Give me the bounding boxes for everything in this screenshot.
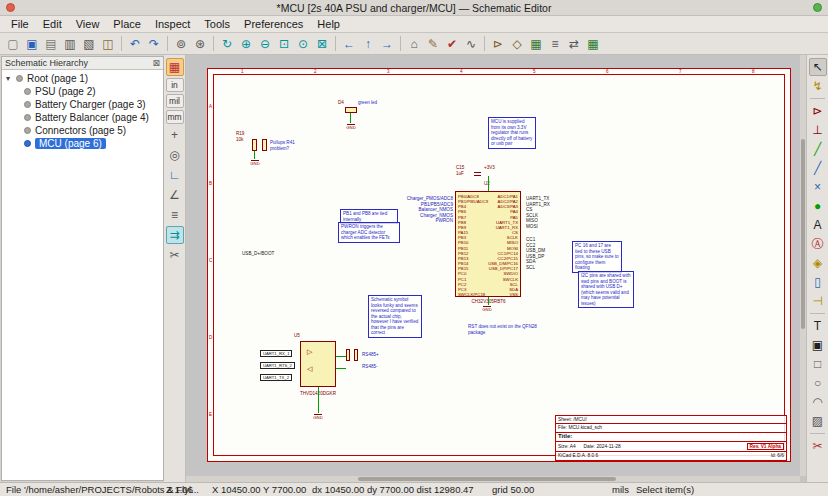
paste-icon[interactable]: ◫ [99, 35, 117, 53]
nav-up-icon[interactable]: ↑ [359, 35, 377, 53]
sheet-root-page-1[interactable]: ▾Root (page 1) [2, 72, 163, 85]
hv-wires-icon[interactable]: ∟ [166, 166, 184, 184]
save-icon[interactable]: ▣ [23, 35, 41, 53]
free-angle-icon[interactable]: ∠ [166, 186, 184, 204]
redo-icon[interactable]: ↷ [145, 35, 163, 53]
led-component[interactable] [345, 107, 357, 113]
selection-tool-icon[interactable]: ↖ [809, 58, 827, 76]
cut-icon[interactable]: ✂ [166, 246, 184, 264]
rs485-a-label[interactable]: RS485+ [362, 352, 379, 358]
left-net-labels[interactable]: Charger_PMOS/ADC8 PB1/PB5/ADC9 Balancer_… [393, 196, 453, 224]
schematic-canvas[interactable]: D4 GND R19 10k GND USB_D+/BOOT U2 +3V3 C… [186, 55, 806, 482]
properties-panel-icon[interactable]: ≡ [166, 206, 184, 224]
bom-icon[interactable]: ≡ [546, 35, 564, 53]
global-label-icon[interactable]: Ⓐ [809, 235, 827, 253]
sheet-settings-icon[interactable]: ▤ [42, 35, 60, 53]
assign-footprints-icon[interactable]: ⇄ [565, 35, 583, 53]
annotation-note[interactable]: PC 16 and 17 are tied to these USB pins,… [572, 241, 622, 273]
symbol-fields-table-icon[interactable]: ▦ [527, 35, 545, 53]
menu-tools[interactable]: Tools [197, 17, 237, 31]
vertical-scroll-thumb[interactable] [801, 139, 805, 328]
open-pcb-editor-icon[interactable]: ▦ [584, 35, 602, 53]
textbox-tool-icon[interactable]: ▣ [809, 336, 827, 354]
annotate-icon[interactable]: ✎ [424, 35, 442, 53]
zoom-objects-icon[interactable]: ⊙ [294, 35, 312, 53]
menu-place[interactable]: Place [106, 17, 148, 31]
global-label-uart1-tx[interactable]: UART1_TX_2 [260, 374, 292, 381]
horizontal-scroll-thumb[interactable] [358, 477, 616, 481]
window-close-button[interactable] [6, 3, 15, 12]
power-3v3-label[interactable]: +3V3 [484, 165, 495, 171]
unit-inches-button[interactable]: in [166, 78, 184, 92]
place-symbol-icon[interactable]: ⊳ [809, 102, 827, 120]
new-schematic-icon[interactable]: ▢ [4, 35, 22, 53]
erc-icon[interactable]: ✔ [443, 35, 461, 53]
resistor-r19[interactable] [252, 139, 257, 151]
sheet-tool-icon[interactable]: ▯ [809, 273, 827, 291]
menu-edit[interactable]: Edit [36, 17, 69, 31]
menu-file[interactable]: File [4, 17, 36, 31]
delete-tool-icon[interactable]: ✂ [809, 437, 827, 455]
termination-resistor[interactable] [346, 349, 350, 361]
place-power-icon[interactable]: ⊥ [809, 121, 827, 139]
gnd-symbol[interactable]: GND [344, 124, 358, 131]
zoom-fit-icon[interactable]: ⊡ [275, 35, 293, 53]
junction-icon[interactable]: ● [809, 197, 827, 215]
hierarchical-label-icon[interactable]: ◈ [809, 254, 827, 272]
sheet-pin-icon[interactable]: ⊣ [809, 292, 827, 310]
find-icon[interactable]: ⊚ [172, 35, 190, 53]
resistor[interactable] [262, 139, 267, 151]
sheet-psu-page-2[interactable]: PSU (page 2) [2, 85, 163, 98]
nav-forward-icon[interactable]: → [378, 35, 396, 53]
find-replace-icon[interactable]: ⊛ [191, 35, 209, 53]
gnd-symbol[interactable]: GND [248, 160, 262, 167]
symbol-editor-icon[interactable]: ⊳ [489, 35, 507, 53]
sheet-battery-balancer-page-4[interactable]: Battery Balancer (page 4) [2, 111, 163, 124]
rs485-b-label[interactable]: RS485- [362, 364, 378, 370]
grid-settings-icon[interactable]: ▦ [166, 58, 184, 76]
rs485-transceiver[interactable] [300, 341, 336, 387]
annotation-note[interactable]: Pullups R41 problem? [268, 139, 314, 152]
image-tool-icon[interactable]: ▨ [809, 412, 827, 430]
menu-preferences[interactable]: Preferences [237, 17, 310, 31]
title-block[interactable]: Sheet: /MCU/ File: MCU.kicad_sch Title: … [555, 415, 787, 461]
print-icon[interactable]: ▥ [61, 35, 79, 53]
menu-inspect[interactable]: Inspect [148, 17, 197, 31]
cursor-shape-icon[interactable]: + [166, 126, 184, 144]
gnd-symbol[interactable]: GND [311, 414, 325, 421]
window-maximize-button[interactable] [813, 3, 822, 12]
zoom-selection-icon[interactable]: ⊠ [313, 35, 331, 53]
hidden-pins-icon[interactable]: ◎ [166, 146, 184, 164]
bus-tool-icon[interactable]: ╱ [809, 159, 827, 177]
zoom-in-icon[interactable]: ⊕ [237, 35, 255, 53]
unit-mm-button[interactable]: mm [166, 110, 184, 124]
nav-back-icon[interactable]: ← [340, 35, 358, 53]
gnd-symbol[interactable]: GND [480, 306, 494, 313]
highlight-net-icon[interactable]: ↯ [809, 77, 827, 95]
global-label-uart1-rts[interactable]: UART1_RTS_2 [260, 362, 295, 369]
tree-expand-caret[interactable]: ▾ [6, 74, 16, 83]
refresh-icon[interactable]: ↻ [218, 35, 236, 53]
undo-icon[interactable]: ↶ [126, 35, 144, 53]
no-connect-icon[interactable]: × [809, 178, 827, 196]
arc-tool-icon[interactable]: ◠ [809, 393, 827, 411]
text-tool-icon[interactable]: T [809, 317, 827, 335]
sheet-battery-charger-page-3[interactable]: Battery Charger (page 3) [2, 98, 163, 111]
zoom-out-icon[interactable]: ⊖ [256, 35, 274, 53]
termination-resistor[interactable] [354, 349, 358, 361]
menu-view[interactable]: View [69, 17, 107, 31]
menu-help[interactable]: Help [310, 17, 347, 31]
global-label-uart1-rx[interactable]: UART1_RX_1 [260, 350, 292, 357]
plot-icon[interactable]: ▧ [80, 35, 98, 53]
annotation-note[interactable]: Schematic symbol looks funky and seems r… [368, 295, 422, 338]
simulator-icon[interactable]: ∿ [462, 35, 480, 53]
rectangle-tool-icon[interactable]: □ [809, 355, 827, 373]
wire-tool-icon[interactable]: ╱ [809, 140, 827, 158]
right-net-labels-top[interactable]: UART1_TX UART1_RX CS SCLK MISO MOSI [526, 196, 550, 229]
canvas-vertical-scrollbar[interactable] [800, 55, 806, 476]
capacitor-c15[interactable] [474, 172, 481, 176]
annotation-note[interactable]: green led [356, 99, 392, 107]
unit-mils-button[interactable]: mil [166, 94, 184, 108]
hierarchy-navigator-icon[interactable]: ⌂ [405, 35, 423, 53]
footprint-editor-icon[interactable]: ◇ [508, 35, 526, 53]
